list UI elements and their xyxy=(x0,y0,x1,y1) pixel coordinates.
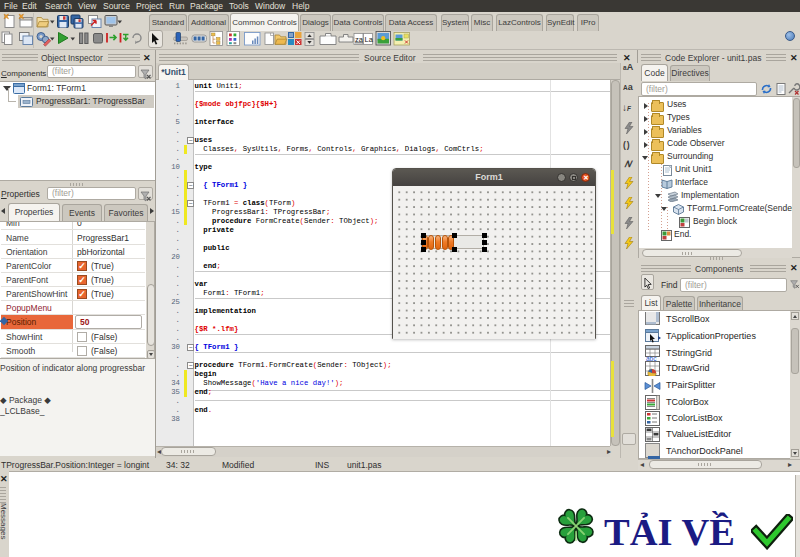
svg-text:za: za xyxy=(355,35,364,44)
svg-text:La: La xyxy=(365,35,374,44)
